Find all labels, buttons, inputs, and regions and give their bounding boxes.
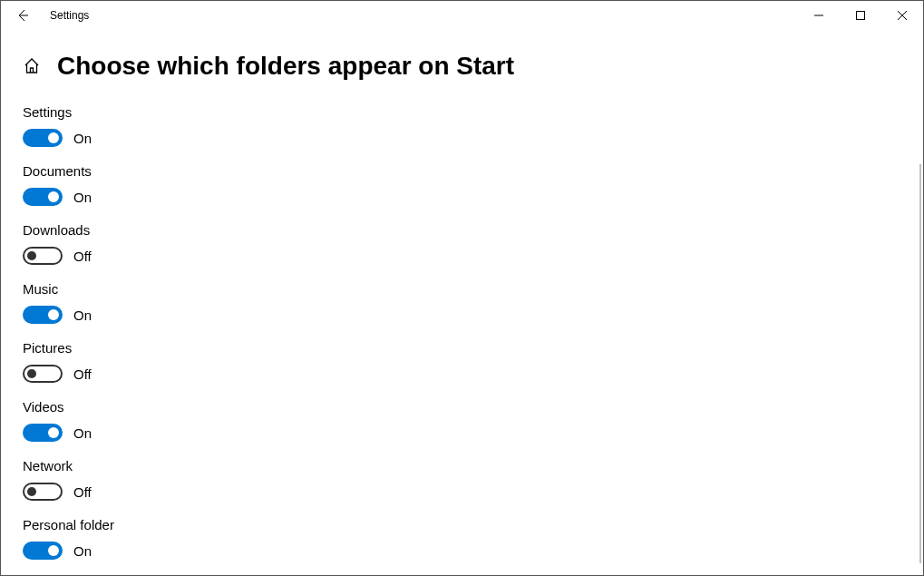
option-network: NetworkOff xyxy=(23,458,901,501)
toggle-network[interactable] xyxy=(23,483,63,501)
page-title: Choose which folders appear on Start xyxy=(57,52,514,81)
titlebar: Settings xyxy=(1,1,923,30)
toggle-documents[interactable] xyxy=(23,188,63,206)
option-label-documents: Documents xyxy=(23,163,901,179)
option-pictures: PicturesOff xyxy=(23,340,901,383)
home-icon xyxy=(23,57,41,75)
maximize-button[interactable] xyxy=(840,1,881,30)
toggle-state-network: Off xyxy=(73,484,92,500)
back-button[interactable] xyxy=(1,1,44,30)
toggle-row-network: Off xyxy=(23,483,901,501)
scrollbar-track[interactable] xyxy=(919,164,921,563)
minimize-button[interactable] xyxy=(798,1,840,30)
toggle-row-videos: On xyxy=(23,424,901,442)
option-label-personal-folder: Personal folder xyxy=(23,517,901,532)
option-label-settings: Settings xyxy=(23,104,901,120)
minimize-icon xyxy=(814,11,823,20)
home-button[interactable] xyxy=(23,57,41,75)
option-label-music: Music xyxy=(23,281,901,297)
toggle-state-videos: On xyxy=(73,425,92,441)
option-downloads: DownloadsOff xyxy=(23,222,901,265)
toggle-settings[interactable] xyxy=(23,129,63,147)
app-title: Settings xyxy=(50,9,89,22)
option-label-network: Network xyxy=(23,458,901,473)
options-list: SettingsOnDocumentsOnDownloadsOffMusicOn… xyxy=(23,104,901,560)
toggle-state-music: On xyxy=(73,308,92,323)
toggle-downloads[interactable] xyxy=(23,247,63,265)
toggle-row-documents: On xyxy=(23,188,901,206)
svg-rect-0 xyxy=(857,12,865,20)
close-icon xyxy=(898,11,907,20)
window-controls xyxy=(798,1,923,30)
toggle-row-music: On xyxy=(23,306,901,324)
toggle-row-settings: On xyxy=(23,129,901,147)
option-label-pictures: Pictures xyxy=(23,340,901,356)
option-settings: SettingsOn xyxy=(23,104,901,147)
option-music: MusicOn xyxy=(23,281,901,324)
content-area: Choose which folders appear on Start Set… xyxy=(1,30,923,575)
close-button[interactable] xyxy=(881,1,923,30)
toggle-row-pictures: Off xyxy=(23,365,901,383)
toggle-state-personal-folder: On xyxy=(73,543,92,559)
toggle-row-personal-folder: On xyxy=(23,542,901,560)
toggle-pictures[interactable] xyxy=(23,365,63,383)
toggle-videos[interactable] xyxy=(23,424,63,442)
toggle-state-downloads: Off xyxy=(73,249,92,264)
back-arrow-icon xyxy=(15,8,30,23)
page-header: Choose which folders appear on Start xyxy=(23,52,901,81)
toggle-music[interactable] xyxy=(23,306,63,324)
toggle-state-pictures: Off xyxy=(73,366,92,382)
toggle-row-downloads: Off xyxy=(23,247,901,265)
option-label-downloads: Downloads xyxy=(23,222,901,238)
toggle-personal-folder[interactable] xyxy=(23,542,63,560)
option-personal-folder: Personal folderOn xyxy=(23,517,901,560)
toggle-state-documents: On xyxy=(73,190,92,205)
option-documents: DocumentsOn xyxy=(23,163,901,206)
maximize-icon xyxy=(856,11,865,20)
toggle-state-settings: On xyxy=(73,131,92,146)
option-videos: VideosOn xyxy=(23,399,901,442)
option-label-videos: Videos xyxy=(23,399,901,415)
